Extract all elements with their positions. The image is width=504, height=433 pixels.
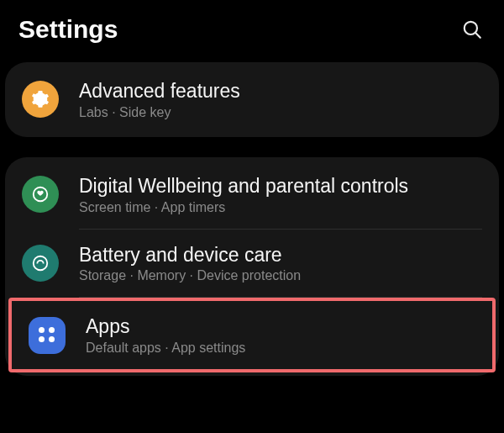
row-text: Apps Default apps · App settings xyxy=(86,314,245,356)
settings-group-advanced: Advanced features Labs · Side key xyxy=(5,62,499,137)
highlight-apps: Apps Default apps · App settings xyxy=(8,298,496,372)
row-subtitle: Storage · Memory · Device protection xyxy=(79,268,301,283)
row-subtitle: Labs · Side key xyxy=(79,105,240,120)
row-title: Battery and device care xyxy=(79,243,301,267)
row-digital-wellbeing[interactable]: Digital Wellbeing and parental controls … xyxy=(5,161,499,229)
row-battery-device-care[interactable]: Battery and device care Storage · Memory… xyxy=(5,230,499,298)
row-advanced-features[interactable]: Advanced features Labs · Side key xyxy=(5,66,499,134)
wellbeing-icon xyxy=(22,176,59,213)
row-text: Digital Wellbeing and parental controls … xyxy=(79,174,408,215)
settings-header: Settings xyxy=(0,0,504,62)
device-care-icon xyxy=(22,245,59,282)
gear-icon xyxy=(22,81,59,118)
search-button[interactable] xyxy=(459,16,486,43)
row-title: Advanced features xyxy=(79,79,240,103)
row-subtitle: Screen time · App timers xyxy=(79,200,408,215)
row-text: Advanced features Labs · Side key xyxy=(79,79,240,120)
search-icon xyxy=(461,18,483,40)
settings-group-device: Digital Wellbeing and parental controls … xyxy=(5,157,499,376)
row-text: Battery and device care Storage · Memory… xyxy=(79,243,301,284)
page-title: Settings xyxy=(18,15,118,44)
row-title: Apps xyxy=(86,314,245,339)
row-title: Digital Wellbeing and parental controls xyxy=(79,174,408,198)
svg-point-3 xyxy=(34,256,48,271)
apps-icon xyxy=(29,317,66,354)
row-subtitle: Default apps · App settings xyxy=(86,341,245,356)
row-apps[interactable]: Apps Default apps · App settings xyxy=(12,301,492,369)
svg-line-1 xyxy=(475,33,480,37)
